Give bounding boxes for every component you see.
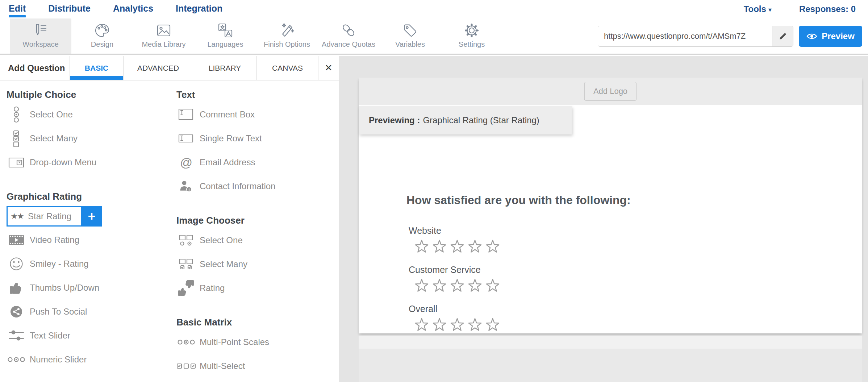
tab-basic[interactable]: BASIC (70, 56, 123, 80)
qtype-numeric-slider[interactable]: Numeric Slider (7, 348, 166, 371)
star-icon[interactable] (432, 278, 447, 293)
top-nav: Edit Distribute Analytics Integration To… (0, 0, 868, 18)
star-icon[interactable] (414, 317, 429, 332)
nav-item-analytics[interactable]: Analytics (113, 0, 153, 14)
stars-icon: ★★ (8, 212, 26, 221)
qtype-push-to-social[interactable]: Push To Social (7, 300, 166, 324)
star-icon[interactable] (485, 278, 500, 293)
toolbar-workspace[interactable]: Workspace (10, 18, 71, 54)
rating-rows: Website Customer Service (409, 225, 500, 343)
media-library-icon (155, 22, 172, 39)
qtype-star-rating-selected[interactable]: ★★ Star Rating + (7, 206, 102, 227)
eye-icon (806, 32, 817, 40)
section-heading: Graphical Rating (7, 191, 166, 202)
plus-icon: + (88, 209, 95, 224)
panel-column-1: Multiple Choice Select One Select Many (7, 80, 166, 371)
star-icon[interactable] (414, 278, 429, 293)
editor-toolbar: Workspace Design Media Library (0, 18, 868, 55)
qtype-select-one[interactable]: Select One (7, 103, 166, 126)
question-text: How satisfied are you with the following… (406, 194, 631, 207)
toolbar-design[interactable]: Design (71, 18, 133, 54)
star-icon[interactable] (485, 317, 500, 332)
single-row-icon (176, 130, 196, 147)
toolbar-languages[interactable]: Languages (195, 18, 256, 54)
qtype-text-slider[interactable]: Text Slider (7, 324, 166, 348)
qtype-multi-select[interactable]: Multi-Select (176, 354, 336, 378)
toolbar-media-library[interactable]: Media Library (133, 18, 195, 54)
toolbar-variables[interactable]: Variables (379, 18, 441, 54)
video-icon (7, 233, 26, 247)
qtype-multi-point-scales[interactable]: Multi-Point Scales (176, 330, 336, 354)
star-icon[interactable] (450, 239, 464, 254)
tab-canvas[interactable]: CANVAS (256, 56, 318, 80)
previewing-value: Graphical Rating (Star Rating) (423, 115, 539, 125)
image-radio-icon (176, 234, 196, 246)
qtype-comment-box[interactable]: Comment Box (176, 103, 336, 126)
qtype-smiley-rating[interactable]: Smiley - Rating (7, 252, 166, 276)
image-check-icon (176, 258, 196, 270)
star-icon[interactable] (432, 317, 447, 332)
matrix-check-icon (176, 363, 196, 369)
add-question-plus-button[interactable]: + (81, 206, 102, 227)
star-icon[interactable] (414, 239, 429, 254)
top-nav-links: Edit Distribute Analytics Integration (0, 0, 222, 17)
toolbar-finish-options[interactable]: Finish Options (256, 18, 318, 54)
qtype-email-address[interactable]: @ Email Address (176, 150, 336, 174)
contact-icon (176, 179, 196, 194)
qtype-select-many[interactable]: Select Many (7, 126, 166, 150)
star-icon[interactable] (485, 239, 500, 254)
section-heading: Image Chooser (176, 215, 336, 226)
qtype-image-rating[interactable]: Rating (176, 276, 336, 300)
previewing-label-strip: Previewing : Graphical Rating (Star Rati… (359, 106, 572, 134)
responses-count[interactable]: Responses: 0 (799, 4, 856, 14)
tab-advanced[interactable]: ADVANCED (123, 56, 193, 80)
rating-row-customer-service: Customer Service (409, 265, 500, 293)
survey-url-input[interactable] (598, 26, 772, 46)
qtype-single-row-text[interactable]: Single Row Text (176, 126, 336, 150)
add-logo-button[interactable]: Add Logo (584, 82, 637, 101)
star-rating-scale (409, 317, 500, 332)
rating-row-overall: Overall (409, 304, 500, 332)
at-icon: @ (176, 156, 196, 169)
qtype-thumbs-up-down[interactable]: Thumbs Up/Down (7, 276, 166, 300)
qtype-video-rating[interactable]: Video Rating (7, 228, 166, 252)
nav-item-label: Edit (9, 3, 26, 13)
workspace-icon (32, 22, 49, 39)
survey-preview-region: Add Logo How satisfied are you with the … (339, 56, 868, 382)
numeric-slider-icon (7, 357, 26, 362)
row-label: Website (409, 225, 500, 236)
next-section-band-light (359, 336, 862, 349)
edit-url-button[interactable] (772, 26, 793, 46)
toolbar-settings[interactable]: Settings (441, 18, 502, 54)
radio-list-icon (7, 106, 26, 123)
qtype-image-select-many[interactable]: Select Many (176, 252, 336, 276)
matrix-radio-icon (176, 339, 196, 345)
thumbs-pair-icon (176, 280, 196, 296)
nav-item-label: Distribute (48, 3, 91, 13)
tools-dropdown[interactable]: Tools▾ (744, 4, 772, 14)
qtype-dropdown-menu[interactable]: Drop-down Menu (7, 150, 166, 174)
star-icon[interactable] (468, 317, 482, 332)
star-icon[interactable] (450, 317, 464, 332)
settings-icon (463, 22, 480, 39)
star-icon[interactable] (468, 239, 482, 254)
preview-button[interactable]: Preview (799, 26, 862, 47)
panel-column-2: Text Comment Box Single Row Text @ (176, 80, 336, 378)
nav-item-integration[interactable]: Integration (176, 0, 222, 14)
section-heading: Multiple Choice (7, 89, 166, 100)
row-label: Overall (409, 304, 500, 314)
qtype-contact-information[interactable]: Contact Information (176, 174, 336, 198)
star-rating-scale (409, 239, 500, 254)
tab-library[interactable]: LIBRARY (193, 56, 256, 80)
star-rating-scale (409, 278, 500, 293)
toolbar-advance-quotas[interactable]: Advance Quotas (318, 18, 379, 54)
nav-item-distribute[interactable]: Distribute (48, 0, 91, 14)
star-icon[interactable] (450, 278, 464, 293)
star-icon[interactable] (468, 278, 482, 293)
design-icon (94, 22, 110, 39)
close-panel-button[interactable]: ✕ (318, 56, 339, 80)
row-label: Customer Service (409, 265, 500, 275)
qtype-image-select-one[interactable]: Select One (176, 228, 336, 252)
nav-item-edit[interactable]: Edit (9, 0, 26, 17)
star-icon[interactable] (432, 239, 447, 254)
